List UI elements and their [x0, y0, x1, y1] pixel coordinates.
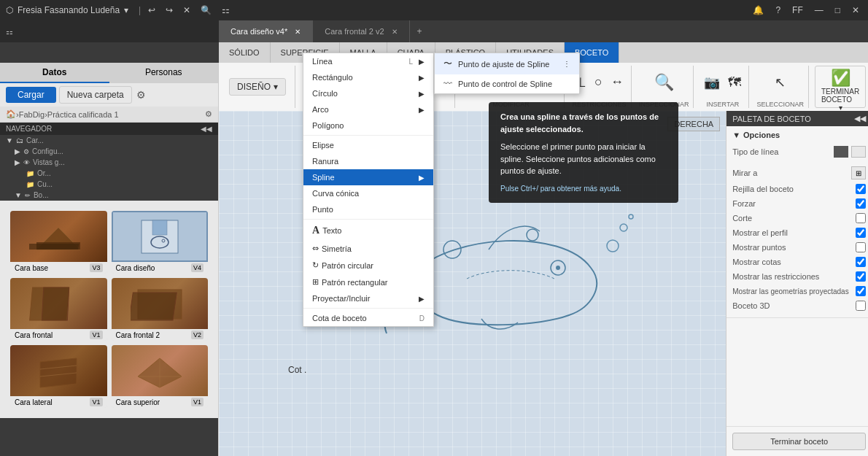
- breadcrumb-home-icon[interactable]: 🏠: [6, 109, 16, 119]
- svg-point-18: [556, 266, 560, 270]
- mostrar-cotas-label: Mostrar cotas: [732, 258, 781, 266]
- menu-spline[interactable]: Spline ▶: [303, 169, 433, 185]
- apps-button[interactable]: ⚏: [219, 4, 233, 17]
- mostrar-puntos-checkbox[interactable]: [856, 242, 866, 252]
- menu-poligono[interactable]: Polígono: [303, 117, 433, 134]
- thumbnail-cara-superior[interactable]: Cara superior V1: [112, 345, 209, 408]
- menu-punto[interactable]: Punto: [303, 201, 433, 217]
- tab-cara-diseno[interactable]: Cara diseño v4* ✕: [219, 20, 313, 42]
- menu-proyectar[interactable]: Proyectar/Incluir ▶: [303, 290, 433, 306]
- svg-rect-8: [42, 287, 69, 320]
- left-panel-tabs: Datos Personas: [0, 63, 218, 83]
- redo-button[interactable]: ↪: [163, 4, 176, 17]
- svg-point-23: [629, 215, 633, 219]
- ribbon-tab-solido[interactable]: SÓLIDO: [219, 42, 271, 63]
- rejilla-checkbox[interactable]: [856, 184, 866, 194]
- nueva-carpeta-button[interactable]: Nueva carpeta: [59, 86, 132, 104]
- menu-texto[interactable]: A Texto: [303, 221, 433, 240]
- thumbnail-cara-base[interactable]: Cara base V3: [10, 211, 107, 274]
- nav-item-cara[interactable]: ▼🗂Car...: [0, 135, 218, 146]
- nav-item-configuracion[interactable]: ▶⚙Configu...: [0, 146, 218, 157]
- maximize-button[interactable]: □: [832, 4, 843, 17]
- mostrar-perfil-checkbox[interactable]: [856, 228, 866, 238]
- tipo-linea-btn1[interactable]: [834, 146, 848, 158]
- menu-sep-3: [303, 308, 433, 309]
- settings-button[interactable]: ⚙: [135, 88, 147, 102]
- restriccion-tool-2[interactable]: ○: [592, 73, 605, 92]
- tipo-linea-btn2[interactable]: [851, 146, 866, 158]
- insertar-tool-2[interactable]: 🗺: [725, 74, 744, 92]
- new-tab-button[interactable]: +: [410, 20, 430, 42]
- tab-cara-frontal[interactable]: Cara frontal 2 v2 ✕: [313, 20, 409, 42]
- nav-item-cu[interactable]: 📁Cu...: [0, 179, 218, 190]
- thumbnail-cara-lateral[interactable]: Cara lateral V1: [10, 345, 107, 408]
- thumbnail-cara-superior-label: Cara superior V1: [112, 396, 209, 408]
- thumbnail-cara-frontal[interactable]: Cara frontal V1: [10, 278, 107, 341]
- breadcrumb-settings-icon[interactable]: ⚙: [205, 109, 212, 119]
- diseño-button[interactable]: DISEÑO ▾: [229, 78, 286, 96]
- menu-curva-conica[interactable]: Curva cónica: [303, 185, 433, 201]
- mostrar-cotas-checkbox[interactable]: [856, 257, 866, 267]
- title-bar-left: ⬡ Fresia Fasanando Ludeña ▾ | ↩ ↪ ✕ 🔍 ⚏: [6, 4, 233, 17]
- restriccion-tool-3[interactable]: ↔: [608, 73, 627, 92]
- thumbnail-cara-frontal-2[interactable]: Cara frontal 2 V2: [112, 278, 209, 341]
- paleta-boceto-expand[interactable]: ◀◀: [854, 114, 866, 123]
- search-button[interactable]: 🔍: [198, 4, 214, 17]
- opciones-arrow[interactable]: ▼: [732, 131, 740, 139]
- submenu-options-icon[interactable]: ⋮: [563, 60, 570, 68]
- submenu-punto-control[interactable]: 〰 Punto de control de Spline: [435, 74, 579, 93]
- inspeccionar-tool[interactable]: 🔍: [651, 72, 677, 93]
- svg-point-21: [607, 240, 619, 252]
- title-dropdown-icon[interactable]: ▾: [124, 5, 128, 15]
- minimize-button[interactable]: —: [812, 4, 826, 17]
- undo-button[interactable]: ↩: [145, 4, 158, 17]
- tab-cara-diseno-close[interactable]: ✕: [295, 28, 301, 36]
- nav-item-boceto[interactable]: ▼✏Bo...: [0, 190, 218, 201]
- close-window-button[interactable]: ✕: [180, 4, 193, 17]
- boceto-3d-checkbox[interactable]: [856, 301, 866, 311]
- menu-rectangulo-arrow: ▶: [419, 74, 425, 82]
- left-panel-tab-datos[interactable]: Datos: [0, 63, 109, 83]
- corte-checkbox[interactable]: [856, 213, 866, 223]
- close-button[interactable]: ✕: [849, 4, 862, 17]
- terminar-boceto-button[interactable]: Terminar boceto: [732, 433, 866, 450]
- left-panel-tab-personas[interactable]: Personas: [109, 63, 219, 83]
- mirar-a-button[interactable]: ⊞: [851, 166, 866, 179]
- left-panel-toolbar: Cargar Nueva carpeta ⚙: [0, 83, 218, 107]
- menu-linea[interactable]: Línea L ▶: [303, 53, 433, 69]
- user-menu-button[interactable]: FF: [789, 4, 806, 17]
- menu-rectangulo[interactable]: Rectángulo ▶: [303, 69, 433, 85]
- rejilla-label: Rejilla del boceto: [732, 185, 794, 193]
- menu-circulo[interactable]: Círculo ▶: [303, 85, 433, 101]
- nav-item-or[interactable]: 📁Or...: [0, 168, 218, 179]
- notifications-button[interactable]: 🔔: [750, 4, 767, 17]
- tab-cara-frontal-close[interactable]: ✕: [392, 28, 398, 36]
- right-panel-bottom: Terminar boceto: [726, 426, 868, 456]
- menu-simetria[interactable]: ⇔ Simetría: [303, 240, 433, 257]
- mostrar-restricciones-checkbox[interactable]: [856, 271, 866, 282]
- terminar-boceto-ribbon-button[interactable]: ✅ TERMINAR BOCETO ▾: [815, 66, 866, 108]
- menu-cota-boceto[interactable]: Cota de boceto D: [303, 310, 433, 326]
- mostrar-perfil-label: Mostrar el perfil: [732, 228, 788, 237]
- help-button[interactable]: ?: [772, 4, 783, 17]
- insertar-tool-1[interactable]: 📷: [701, 73, 723, 92]
- seleccionar-tool[interactable]: ↖: [772, 73, 788, 92]
- breadcrumb-fabdig[interactable]: FabDig: [19, 110, 44, 119]
- forzar-checkbox[interactable]: [856, 198, 866, 209]
- ribbon-group-seleccionar: ↖ SELECCIONAR: [752, 66, 809, 108]
- breadcrumb-practica[interactable]: Práctica calificada 1: [47, 110, 119, 119]
- menu-patron-circular[interactable]: ↻ Patrón circular: [303, 257, 433, 274]
- nav-item-vistas[interactable]: ▶👁Vistas g...: [0, 157, 218, 168]
- menu-patron-rectangular[interactable]: ⊞ Patrón rectangular: [303, 274, 433, 290]
- patron-rectangular-icon: ⊞: [312, 277, 319, 287]
- geometrias-proyectadas-checkbox[interactable]: [856, 286, 866, 296]
- boceto-3d-label: Boceto 3D: [732, 301, 770, 310]
- tab-bar: ⚏ Cara diseño v4* ✕ Cara frontal 2 v2 ✕ …: [0, 20, 868, 42]
- cargar-button[interactable]: Cargar: [6, 87, 56, 103]
- menu-ranura[interactable]: Ranura: [303, 153, 433, 169]
- menu-elipse[interactable]: Elipse: [303, 137, 433, 153]
- geometrias-proyectadas-label: Mostrar las geometrías proyectadas: [732, 287, 849, 295]
- menu-arco[interactable]: Arco ▶: [303, 101, 433, 117]
- thumbnail-cara-diseno[interactable]: Cara diseño V4: [112, 211, 209, 274]
- submenu-punto-ajuste[interactable]: 〜 Punto de ajuste de Spline ⋮: [435, 53, 579, 74]
